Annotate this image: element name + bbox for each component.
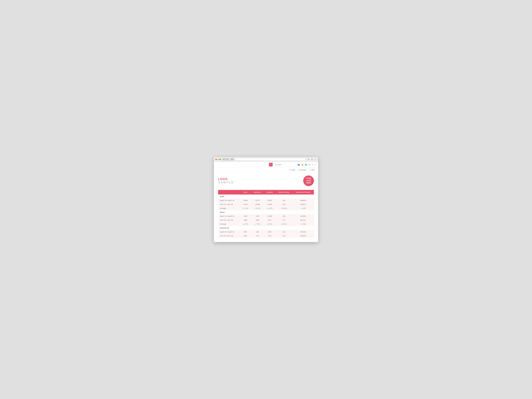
- cell-value: 1.65: [275, 234, 292, 238]
- cell-value: 170: [251, 234, 264, 238]
- window-mode-button[interactable]: ⊡: [231, 158, 234, 160]
- logo-area: LOGO SAMPLE YOURLOGOHERE: [218, 176, 314, 186]
- cell-value: 4,730: [240, 214, 251, 218]
- col-header-bounce-rate: Bounce rate (%): [275, 190, 292, 195]
- date-row: Jul 01 '16 - Jul 31 '1611,21810,08617,99…: [218, 202, 314, 206]
- search-input[interactable]: [277, 164, 294, 165]
- col-header-new-users: New Users: [251, 190, 264, 195]
- logo-text-block: LOGO SAMPLE: [218, 177, 234, 184]
- col-header-source: [218, 190, 240, 195]
- date-row: Aug 01 '16 - Aug 31 '166651882,2541.0200…: [218, 230, 314, 234]
- row-label: Jul 01 '16 - Jul 31 '16: [218, 202, 240, 206]
- traffic-light-yellow[interactable]: [217, 159, 219, 160]
- traffic-light-green[interactable]: [219, 159, 221, 160]
- row-label: % change: [218, 206, 240, 210]
- cell-value: 9,717: [264, 218, 275, 222]
- row-label: Aug 01 '16 - Aug 31 '16: [218, 214, 240, 218]
- row-label: % change: [218, 222, 240, 226]
- bell-icon[interactable]: 🔔: [301, 164, 304, 166]
- traffic-light-red[interactable]: [215, 159, 217, 160]
- download-icon: ⬇: [299, 169, 300, 171]
- new-tab-icon[interactable]: +: [314, 158, 317, 161]
- more-icon: ▸: [310, 169, 311, 171]
- export-icon[interactable]: ↗: [315, 164, 316, 166]
- cell-value: 1.02: [275, 230, 292, 234]
- search-icon: 🔍: [275, 164, 277, 165]
- row-label: Jul 01 '16 - Jul 31 '16: [218, 234, 240, 238]
- app-toolbar: + 🔍 👥 🔔 🌐 ⚙ ▭ ↗: [214, 162, 318, 168]
- source-name: facebook.com: [218, 226, 314, 230]
- nav-buttons: ‹ ›: [222, 158, 229, 160]
- send-label: Send: [292, 169, 295, 171]
- cell-value: 1.39: [275, 202, 292, 206]
- browser-titlebar: ‹ › ⊡ ⬆ ⧉ +: [214, 157, 318, 162]
- cell-value: 00:10:58: [292, 214, 314, 218]
- table-header-row: Users New Users Sessions Bounce rate (%)…: [218, 190, 314, 195]
- row-label: Jul 01 '16 - Jul 31 '16: [218, 218, 240, 222]
- browser-window: ‹ › ⊡ ⬆ ⧉ + + 🔍 👥 🔔 🌐 ⚙ ▭ ↗ ✉: [214, 157, 318, 242]
- date-row: Jul 01 '16 - Jul 31 '164,3693,8529,7171.…: [218, 218, 314, 222]
- col-header-avg-session: Avg Session Duration: [292, 190, 314, 195]
- change-row: % change24.39%26.13%23.46%-35.25%-2.00%: [218, 206, 314, 210]
- cell-value: 3,852: [251, 218, 264, 222]
- source-name: google: [218, 195, 314, 198]
- window-icon[interactable]: ▭: [311, 164, 313, 166]
- source-name: (direct): [218, 210, 314, 214]
- browser-actions: ⬆ ⧉ +: [307, 158, 317, 161]
- cell-value: 2,121: [264, 234, 275, 238]
- cell-value: 10,086: [251, 202, 264, 206]
- cell-value: 00:15:08: [292, 230, 314, 234]
- cell-value: 0.90: [275, 198, 292, 202]
- date-row: Aug 01 '16 - Aug 31 '164,7304,14711,5882…: [218, 214, 314, 218]
- globe-icon[interactable]: 🌐: [305, 164, 307, 166]
- nav-back-button[interactable]: ‹: [222, 158, 225, 160]
- date-row: Jul 01 '16 - Jul 31 '165581702,1211.6500…: [218, 234, 314, 238]
- cell-value: 00:06:14: [292, 202, 314, 206]
- nav-forward-button[interactable]: ›: [226, 158, 229, 160]
- data-table: Users New Users Sessions Bounce rate (%)…: [218, 190, 314, 238]
- traffic-lights: [215, 159, 221, 160]
- cell-value: 665: [240, 230, 251, 234]
- cell-value: 4,369: [240, 218, 251, 222]
- main-content: LOGO SAMPLE YOURLOGOHERE Users New Users…: [214, 172, 318, 242]
- cell-value: 11,218: [240, 202, 251, 206]
- source-row: facebook.com: [218, 226, 314, 230]
- download-label: Download: [301, 169, 306, 171]
- cell-value: 1.71: [275, 218, 292, 222]
- send-button[interactable]: ✉ Send: [289, 169, 297, 171]
- send-icon: ✉: [290, 169, 291, 171]
- cell-value: 2,254: [264, 230, 275, 234]
- cell-value: 00:11:01: [292, 218, 314, 222]
- cell-value: 188: [251, 230, 264, 234]
- cell-value: 22,215: [264, 198, 275, 202]
- settings-icon[interactable]: ⚙: [309, 164, 310, 166]
- cell-value: 13,954: [240, 198, 251, 202]
- logo-text-sample: SAMPLE: [218, 181, 234, 184]
- bookmark-icon[interactable]: ⧉: [311, 158, 313, 161]
- users-icon[interactable]: 👥: [298, 164, 300, 166]
- date-row: Aug 01 '16 - Aug 31 '1613,95412,72122,21…: [218, 198, 314, 202]
- col-header-sessions: Sessions: [264, 190, 275, 195]
- row-label: Aug 01 '16 - Aug 31 '16: [218, 198, 240, 202]
- search-box: 🔍: [274, 163, 296, 166]
- plus-icon: +: [270, 163, 272, 166]
- source-row: (direct): [218, 210, 314, 214]
- col-header-users: Users: [240, 190, 251, 195]
- logo-text-logo: LOGO: [218, 177, 234, 181]
- cell-value: 12,721: [251, 198, 264, 202]
- action-buttons-row: ✉ Send ⬇ Download ▸ More: [214, 168, 318, 172]
- address-bar[interactable]: [235, 158, 306, 161]
- toolbar-icons: 👥 🔔 🌐 ⚙ ▭ ↗: [298, 164, 316, 166]
- cell-value: 00:15:29: [292, 234, 314, 238]
- row-label: Aug 01 '16 - Aug 31 '16: [218, 230, 240, 234]
- cell-value: 17,993: [264, 202, 275, 206]
- cell-value: 11,588: [264, 214, 275, 218]
- download-button[interactable]: ⬇ Download: [298, 169, 308, 171]
- more-button[interactable]: ▸ More: [309, 169, 316, 171]
- share-icon[interactable]: ⬆: [307, 158, 310, 161]
- logo-circle: YOURLOGOHERE: [303, 176, 314, 186]
- cell-value: 4,147: [251, 214, 264, 218]
- add-button[interactable]: +: [269, 163, 272, 166]
- cell-value: 2.33: [275, 214, 292, 218]
- more-label: More: [311, 169, 314, 171]
